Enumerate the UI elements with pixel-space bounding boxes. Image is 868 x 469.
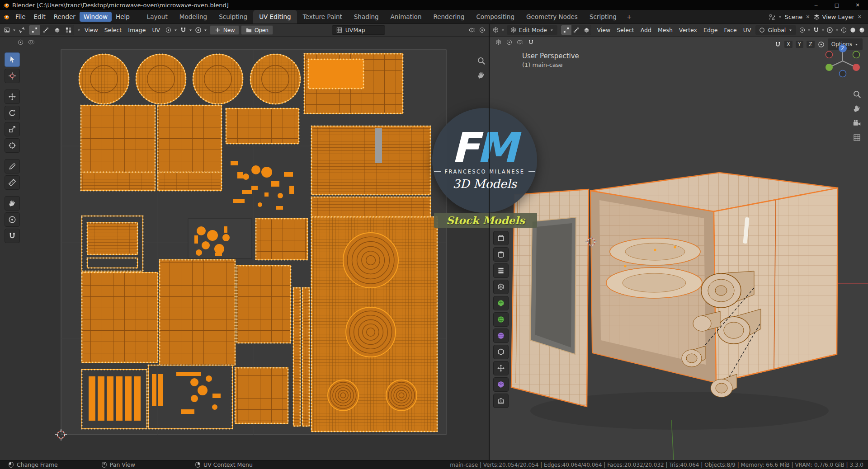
shading-wireframe-icon[interactable] (840, 25, 849, 35)
uv-menu-view[interactable]: View (81, 25, 101, 35)
tool-grab[interactable] (5, 196, 20, 211)
menu-render[interactable]: Render (50, 12, 80, 22)
axis-y-toggle[interactable]: Y (796, 41, 803, 48)
tool-cursor[interactable] (5, 69, 20, 83)
viewport-pan-icon[interactable] (853, 104, 861, 113)
uv-zoom-icon[interactable] (477, 56, 486, 65)
viewport-zoom-icon[interactable] (853, 90, 861, 98)
tool-annotate[interactable] (5, 159, 20, 174)
vp-pivot-settings-icon[interactable] (506, 39, 513, 46)
view-layer-unlink-button[interactable]: ✕ (857, 14, 863, 20)
editor-type-uv-icon[interactable] (2, 25, 12, 35)
tool-scale[interactable] (5, 122, 20, 136)
tool-extrude[interactable] (493, 231, 509, 245)
maximize-button[interactable]: □ (826, 0, 847, 10)
workspace-tab-uv-editing[interactable]: UV Editing (253, 10, 297, 23)
view-layer-icon[interactable] (813, 14, 820, 20)
editor-type-3d-icon[interactable] (491, 25, 500, 35)
add-workspace-button[interactable]: + (623, 13, 636, 20)
workspace-tab-rendering[interactable]: Rendering (427, 10, 470, 23)
pivot-point-icon[interactable] (797, 25, 807, 35)
proportional-editing-icon[interactable] (826, 25, 835, 35)
navigation-gizmo[interactable]: Z (824, 42, 862, 80)
workspace-tab-geometry-nodes[interactable]: Geometry Nodes (520, 10, 584, 23)
uv-sync-select-icon[interactable] (17, 25, 27, 35)
new-image-button[interactable]: New (210, 25, 239, 35)
uv-gizmos-icon[interactable] (477, 25, 487, 35)
viewport-menu-vertex[interactable]: Vertex (676, 25, 700, 35)
tool-relax[interactable] (5, 212, 20, 227)
uv-tool-settings-icon[interactable] (17, 39, 24, 46)
tool-bevel[interactable] (493, 280, 509, 294)
uv-pan-icon[interactable] (477, 71, 486, 80)
viewport-menu-add[interactable]: Add (637, 25, 655, 35)
tool-transform-axes[interactable] (493, 361, 509, 375)
axis-y-ball[interactable] (826, 64, 833, 71)
open-image-button[interactable]: Open (241, 25, 273, 35)
uv-pivot-point-icon[interactable] (163, 25, 173, 35)
mode-dropdown[interactable]: Edit Mode (507, 25, 557, 35)
tool-add-cube-alt[interactable] (493, 377, 509, 392)
tool-pinch[interactable] (5, 229, 20, 243)
menu-edit[interactable]: Edit (30, 12, 50, 22)
tool-loop-cut[interactable] (493, 345, 509, 359)
workspace-tab-texture-paint[interactable]: Texture Paint (297, 10, 348, 23)
viewport-3d[interactable]: X Y Z Options User Perspective (1) main-… (490, 37, 868, 460)
tool-transform[interactable] (5, 138, 20, 153)
uv-vertex-mode-button[interactable] (29, 25, 40, 35)
axis-x-ball[interactable] (853, 64, 860, 71)
tool-shear[interactable] (493, 394, 509, 408)
axis-x-toggle[interactable]: X (784, 41, 793, 48)
tool-add-sphere-alt[interactable] (493, 328, 509, 343)
workspace-tab-shading[interactable]: Shading (348, 10, 385, 23)
snap-icon[interactable] (811, 25, 821, 35)
uv-menu-image[interactable]: Image (125, 25, 149, 35)
workspace-tab-layout[interactable]: Layout (141, 10, 174, 23)
tool-rotate[interactable] (5, 106, 20, 120)
close-button[interactable]: ✕ (847, 0, 868, 10)
tool-tweak-select[interactable] (5, 52, 20, 67)
viewport-menu-uv[interactable]: UV (740, 25, 755, 35)
viewport-menu-view[interactable]: View (594, 25, 613, 35)
axis-neg-y-ball[interactable] (853, 52, 860, 58)
uv-island-mode-button[interactable] (63, 25, 74, 35)
shading-material-icon[interactable] (857, 25, 866, 35)
shading-solid-icon[interactable] (848, 25, 857, 35)
axis-neg-z-ball[interactable] (840, 70, 846, 77)
view-layer-name[interactable]: View Layer (822, 14, 854, 20)
minimize-button[interactable]: ─ (806, 0, 826, 10)
uv-edge-mode-button[interactable] (40, 25, 52, 35)
uv-snap-icon[interactable] (178, 25, 188, 35)
uv-proportional-editing-icon[interactable] (193, 25, 203, 35)
tool-add-sphere[interactable] (493, 312, 509, 327)
sticky-select-caret-icon[interactable] (76, 25, 81, 35)
scene-name[interactable]: Scene (785, 14, 803, 20)
workspace-tab-animation[interactable]: Animation (385, 10, 428, 23)
workspace-tab-scripting[interactable]: Scripting (584, 10, 623, 23)
viewport-menu-edge[interactable]: Edge (700, 25, 721, 35)
tool-inset[interactable] (493, 263, 509, 278)
orientation-dropdown[interactable]: Global (755, 25, 796, 35)
vp-overlay-settings-icon[interactable] (517, 39, 524, 46)
uv-map-selector[interactable]: UVMap (332, 25, 385, 35)
tool-add-cube[interactable] (493, 296, 509, 310)
uv-view-settings-icon[interactable] (28, 39, 35, 46)
axis-neg-x-ball[interactable] (826, 52, 833, 58)
uv-menu-uv[interactable]: UV (149, 25, 163, 35)
axis-z-toggle[interactable]: Z (807, 41, 815, 48)
edge-mode-button[interactable] (571, 25, 581, 35)
scene-browse-icon[interactable] (769, 14, 775, 20)
vp-snap-settings-icon[interactable] (528, 39, 534, 46)
tool-extrude-along[interactable] (493, 247, 509, 262)
tool-move[interactable] (5, 89, 20, 104)
vp-mode-settings-icon[interactable] (495, 39, 502, 46)
menu-help[interactable]: Help (112, 12, 134, 22)
face-mode-button[interactable] (581, 25, 591, 35)
workspace-tab-modeling[interactable]: Modeling (174, 10, 213, 23)
viewport-camera-icon[interactable] (853, 119, 861, 127)
workspace-tab-sculpting[interactable]: Sculpting (213, 10, 253, 23)
viewport-menu-face[interactable]: Face (721, 25, 740, 35)
viewport-menu-mesh[interactable]: Mesh (655, 25, 676, 35)
vp-mirror-icon[interactable] (774, 41, 781, 48)
menu-file[interactable]: File (11, 12, 30, 22)
